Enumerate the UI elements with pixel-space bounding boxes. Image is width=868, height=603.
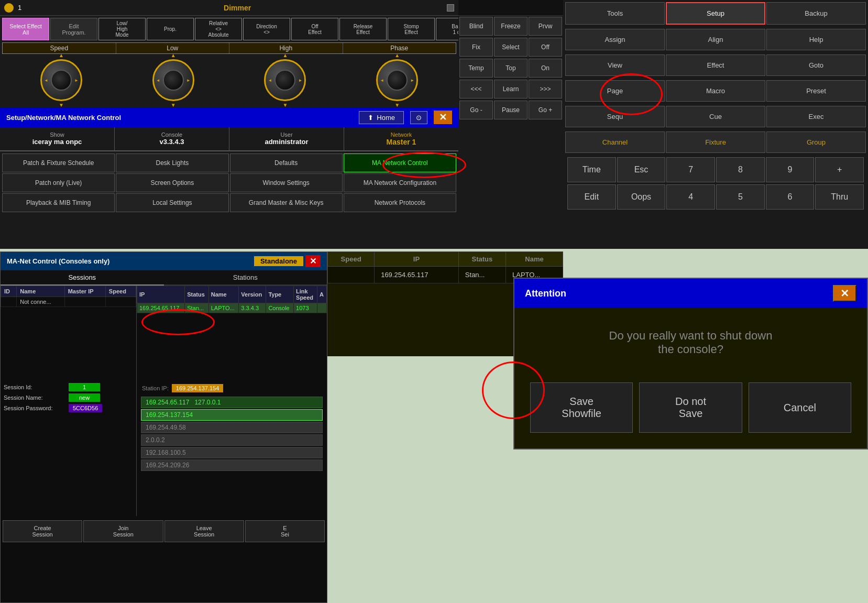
- create-session-btn[interactable]: CreateSession: [3, 520, 82, 542]
- right-btn-row-2: Fix Select Off: [458, 37, 563, 58]
- setup-btn[interactable]: Setup: [666, 2, 765, 25]
- edit-btn[interactable]: Edit: [567, 184, 616, 210]
- num-5-btn[interactable]: 5: [716, 184, 765, 210]
- num-4-btn[interactable]: 4: [666, 184, 715, 210]
- do-not-save-btn[interactable]: Do notSave: [639, 382, 742, 433]
- ma-network-config-btn[interactable]: MA Network Configuration: [344, 173, 456, 192]
- num-6-btn[interactable]: 6: [766, 184, 815, 210]
- esc-btn[interactable]: Esc: [617, 157, 666, 182]
- fixture-btn[interactable]: Fixture: [666, 131, 765, 153]
- page-btn[interactable]: Page: [565, 80, 665, 102]
- defaults-btn[interactable]: Defaults: [230, 154, 343, 172]
- on-btn[interactable]: On: [529, 59, 562, 78]
- macro-btn[interactable]: Macro: [666, 80, 765, 102]
- release-effect-btn[interactable]: ReleaseEffect: [339, 18, 387, 40]
- num-8-btn[interactable]: 8: [716, 157, 765, 182]
- off-btn[interactable]: Off: [529, 38, 562, 57]
- learn-btn[interactable]: Learn: [494, 80, 528, 98]
- freeze-btn[interactable]: Freeze: [494, 17, 528, 36]
- top-btn[interactable]: Top: [494, 59, 528, 78]
- window-close-btn[interactable]: [447, 4, 454, 12]
- ip-item-4[interactable]: 2.0.0.2: [141, 434, 323, 446]
- window-settings-btn[interactable]: Window Settings: [230, 173, 343, 192]
- prvw-btn[interactable]: Prvw: [529, 17, 562, 36]
- ip-item-1[interactable]: 169.254.65.117 127.0.0.1: [141, 397, 323, 408]
- plus-btn[interactable]: +: [815, 157, 864, 182]
- relative-absolute-btn[interactable]: Relative<>Absolute: [195, 18, 242, 40]
- numpad-row-2: Edit Oops 4 5 6 Thru: [565, 183, 866, 211]
- channel-btn[interactable]: Channel: [565, 131, 665, 153]
- home-button[interactable]: ⬆ Home: [359, 111, 404, 124]
- camera-button[interactable]: ⊙: [410, 111, 427, 124]
- join-session-btn[interactable]: JoinSession: [83, 520, 163, 542]
- phase-knob[interactable]: ◄ ►: [376, 59, 418, 101]
- stomp-effect-btn[interactable]: StompEffect: [388, 18, 435, 40]
- low-high-mode-btn[interactable]: Low/HighMode: [98, 18, 146, 40]
- screen-options-btn[interactable]: Screen Options: [116, 173, 228, 192]
- preset-btn[interactable]: Preset: [766, 80, 866, 102]
- blind-btn[interactable]: Blind: [459, 17, 493, 36]
- group-btn[interactable]: Group: [766, 131, 866, 153]
- pause-btn[interactable]: Pause: [494, 101, 528, 119]
- select-btn[interactable]: Select: [494, 38, 528, 57]
- exec-btn[interactable]: Exec: [766, 106, 866, 127]
- view-btn[interactable]: View: [565, 54, 665, 76]
- go-plus-btn[interactable]: Go +: [529, 101, 562, 119]
- leave-session-btn[interactable]: LeaveSession: [164, 520, 244, 542]
- stations-table: IP Status Name Version Type LinkSpeed A …: [137, 286, 327, 313]
- grand-master-btn[interactable]: Grand Master & Misc Keys: [230, 193, 343, 212]
- ip-item-5[interactable]: 192.168.100.5: [141, 447, 323, 458]
- ip-item-2[interactable]: 169.254.137.154: [141, 409, 323, 421]
- direction-btn[interactable]: Direction<>: [243, 18, 290, 40]
- help-btn[interactable]: Help: [766, 29, 866, 50]
- manet-close-btn[interactable]: ✕: [305, 255, 321, 267]
- desk-lights-btn[interactable]: Desk Lights: [116, 154, 228, 172]
- high-label: High: [229, 43, 343, 53]
- patch-only-btn[interactable]: Patch only (Live): [2, 173, 115, 192]
- next-btn[interactable]: >>>: [529, 80, 562, 98]
- high-knob[interactable]: ◄ ►: [264, 59, 306, 101]
- backup-btn[interactable]: Backup: [766, 2, 866, 25]
- station-row[interactable]: 169.254.65.117 Stan... LAPTO... 3.3.4.3 …: [137, 303, 327, 313]
- stations-tab[interactable]: Stations: [164, 270, 327, 286]
- time-btn[interactable]: Time: [567, 157, 616, 182]
- fix-btn[interactable]: Fix: [459, 38, 493, 57]
- extra-sei-btn[interactable]: ESei: [245, 520, 325, 542]
- speed-knob[interactable]: ◄ ►: [40, 59, 82, 101]
- assign-btn[interactable]: Assign: [565, 29, 665, 50]
- ma-network-control-btn[interactable]: MA Network Control: [344, 154, 456, 172]
- session-password-row: Session Password: 5CC6D56: [4, 404, 133, 412]
- align-btn[interactable]: Align: [666, 29, 765, 50]
- patch-fixture-btn[interactable]: Patch & Fixture Schedule: [2, 154, 115, 172]
- num-9-btn[interactable]: 9: [766, 157, 815, 182]
- ip-item-6[interactable]: 169.254.209.26: [141, 459, 323, 471]
- local-settings-btn[interactable]: Local Settings: [116, 193, 228, 212]
- off-effect-btn[interactable]: OffEffect: [291, 18, 338, 40]
- thru-btn[interactable]: Thru: [815, 184, 864, 210]
- edit-program-btn[interactable]: EditProgram.: [50, 18, 97, 40]
- goto-btn[interactable]: Goto: [766, 54, 866, 76]
- temp-btn[interactable]: Temp: [459, 59, 493, 78]
- go-minus-btn[interactable]: Go -: [459, 101, 493, 119]
- tools-btn[interactable]: Tools: [565, 2, 665, 25]
- ip-item-3[interactable]: 169.254.49.58: [141, 422, 323, 433]
- prop-btn[interactable]: Prop.: [147, 18, 194, 40]
- playback-mib-btn[interactable]: Playback & MIB Timing: [2, 193, 115, 212]
- save-showfile-btn[interactable]: SaveShowfile: [530, 382, 633, 433]
- select-effect-btn[interactable]: Select EffectAll: [2, 18, 49, 40]
- num-7-btn[interactable]: 7: [666, 157, 715, 182]
- cue-btn[interactable]: Cue: [666, 106, 765, 127]
- setup-close-button[interactable]: ✕: [434, 111, 452, 124]
- network-protocols-btn[interactable]: Network Protocols: [344, 193, 456, 212]
- station-header-name: Name: [208, 286, 239, 303]
- sequ-btn[interactable]: Sequ: [565, 106, 665, 127]
- cancel-btn[interactable]: Cancel: [749, 382, 851, 433]
- session-row[interactable]: Not conne...: [1, 297, 136, 307]
- oops-btn[interactable]: Oops: [617, 184, 666, 210]
- low-knob[interactable]: ◄ ►: [152, 59, 194, 101]
- attention-close-btn[interactable]: ✕: [833, 285, 856, 302]
- sessions-tab[interactable]: Sessions: [1, 270, 164, 286]
- manet-tabs: Sessions Stations: [1, 270, 327, 286]
- effect-btn[interactable]: Effect: [666, 54, 765, 76]
- prev-btn[interactable]: <<<: [459, 80, 493, 98]
